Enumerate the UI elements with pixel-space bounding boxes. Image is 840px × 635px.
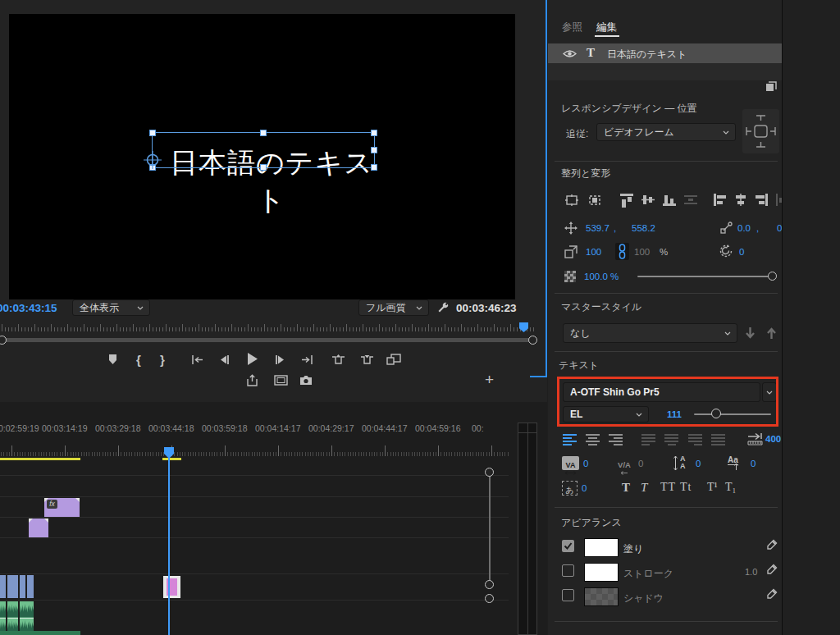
- halign-left-icon[interactable]: [714, 194, 727, 206]
- timeline-ruler[interactable]: 0:02:59:19 00:03:14:19 00:03:29:18 00:03…: [0, 402, 509, 459]
- tracking-button[interactable]: VA: [562, 456, 579, 470]
- position-y-value[interactable]: 558.2: [632, 223, 655, 233]
- stroke-width-value[interactable]: 1.0: [745, 567, 757, 577]
- scrollbar-handle-right[interactable]: [528, 336, 537, 345]
- selection-handle[interactable]: [260, 164, 267, 171]
- tracking-value[interactable]: 0: [583, 459, 588, 468]
- justify-all-button[interactable]: [711, 434, 725, 447]
- audio-clip[interactable]: [0, 601, 6, 633]
- fill-eyedropper-icon[interactable]: [766, 539, 778, 550]
- selection-handle[interactable]: [371, 164, 377, 171]
- video-clip-graphics[interactable]: fx: [44, 498, 80, 517]
- audio-clip[interactable]: [20, 601, 34, 633]
- video-clip[interactable]: [0, 575, 6, 598]
- align-center-vertically-icon[interactable]: [587, 194, 602, 207]
- shadow-eyedropper-icon[interactable]: [766, 588, 778, 600]
- monitor-timecode-current[interactable]: 00:03:43:15: [0, 302, 57, 314]
- leading-button[interactable]: A A: [673, 455, 692, 471]
- text-selection-box[interactable]: [152, 132, 375, 168]
- stroke-color-swatch[interactable]: [584, 563, 619, 582]
- justify-last-left-button[interactable]: [641, 434, 655, 447]
- mark-out-icon[interactable]: }: [160, 353, 165, 367]
- selection-handle[interactable]: [260, 130, 267, 136]
- video-clip-graphics[interactable]: [29, 519, 48, 537]
- monitor-mini-ruler[interactable]: [0, 322, 538, 333]
- visibility-eye-icon[interactable]: [563, 49, 577, 58]
- align-text-right-button[interactable]: [609, 434, 623, 447]
- shadow-color-swatch[interactable]: [584, 587, 619, 606]
- step-back-icon[interactable]: [219, 354, 230, 365]
- leading-value[interactable]: 0: [696, 459, 701, 468]
- selection-handle[interactable]: [371, 147, 377, 153]
- push-to-master-icon[interactable]: [744, 327, 756, 340]
- mark-in-icon[interactable]: {: [136, 353, 141, 367]
- vscrollbar-handle[interactable]: [485, 468, 494, 477]
- baseline-shift-value[interactable]: 0: [751, 459, 756, 468]
- justify-last-right-button[interactable]: [688, 434, 702, 447]
- opacity-value[interactable]: 100.0 %: [584, 272, 619, 281]
- go-to-in-icon[interactable]: [191, 354, 203, 365]
- anchor-x-value[interactable]: 0.0: [737, 223, 751, 233]
- kerning-button[interactable]: V/A: [615, 456, 633, 470]
- tsume-value[interactable]: 0: [582, 483, 587, 493]
- monitor-quality-select[interactable]: フル画質: [358, 299, 429, 316]
- subscript-button[interactable]: T₁: [725, 481, 736, 494]
- halign-center-icon[interactable]: [734, 194, 747, 206]
- video-clip[interactable]: [20, 575, 25, 598]
- layer-row-selected[interactable]: T 日本語のテキスト: [548, 43, 782, 63]
- tsume-button[interactable]: あ: [562, 481, 578, 496]
- safe-margins-icon[interactable]: [274, 375, 288, 386]
- camera-snapshot-icon[interactable]: [299, 375, 313, 386]
- clip-fade-handle[interactable]: [44, 519, 48, 523]
- hdistribute-icon[interactable]: [774, 194, 782, 206]
- align-text-center-button[interactable]: [586, 434, 600, 447]
- opacity-slider[interactable]: [637, 276, 775, 277]
- selected-graphics-clip[interactable]: [163, 576, 180, 598]
- anchor-point-crosshair[interactable]: [143, 150, 162, 170]
- timeline-playhead-line[interactable]: [168, 456, 170, 635]
- fill-checkbox[interactable]: [562, 540, 574, 552]
- valign-center-icon[interactable]: [641, 194, 655, 206]
- pull-from-master-icon[interactable]: [765, 327, 778, 340]
- superscript-button[interactable]: T¹: [707, 481, 718, 494]
- layer-list-empty[interactable]: [548, 63, 782, 80]
- align-text-left-button[interactable]: [563, 434, 577, 447]
- align-center-horizontally-icon[interactable]: [564, 194, 579, 207]
- selection-handle[interactable]: [371, 130, 377, 136]
- valign-bottom-icon[interactable]: [663, 194, 676, 206]
- small-caps-button[interactable]: Tt: [680, 481, 692, 494]
- vscrollbar-handle[interactable]: [485, 594, 494, 603]
- selection-handle[interactable]: [149, 130, 156, 136]
- layer-name[interactable]: 日本語のテキスト: [607, 48, 687, 62]
- lift-icon[interactable]: [331, 354, 345, 365]
- clip-fade-handle[interactable]: [75, 498, 80, 502]
- scale-link-toggle[interactable]: [615, 243, 629, 260]
- monitor-zoom-select[interactable]: 全体表示: [72, 299, 150, 316]
- export-frame-icon[interactable]: [246, 374, 258, 386]
- kerning-value[interactable]: 0: [638, 459, 643, 468]
- opacity-slider-handle[interactable]: [768, 272, 777, 281]
- video-clip[interactable]: [27, 575, 34, 598]
- clip-fade-handle[interactable]: [29, 519, 33, 523]
- play-button[interactable]: [247, 353, 258, 365]
- scale-x-value[interactable]: 100: [586, 247, 601, 257]
- scrollbar-handle-left[interactable]: [0, 336, 7, 345]
- rotation-value[interactable]: 0: [739, 247, 744, 257]
- extract-icon[interactable]: [360, 354, 374, 365]
- scale-y-value[interactable]: 100: [634, 247, 650, 257]
- fill-color-swatch[interactable]: [584, 538, 619, 557]
- tab-browse[interactable]: 参照: [562, 21, 582, 34]
- baseline-shift-button[interactable]: Aa: [728, 455, 747, 471]
- justify-last-center-button[interactable]: [664, 434, 678, 447]
- add-marker-icon[interactable]: [107, 354, 118, 365]
- tab-width-value[interactable]: 400: [765, 434, 781, 444]
- comparison-view-icon[interactable]: [386, 354, 401, 365]
- position-x-value[interactable]: 539.7: [586, 223, 609, 233]
- audio-clip[interactable]: [7, 601, 18, 633]
- monitor-zoom-scrollbar[interactable]: [3, 338, 532, 342]
- halign-right-icon[interactable]: [755, 194, 768, 206]
- add-button[interactable]: +: [485, 371, 494, 389]
- step-forward-icon[interactable]: [275, 354, 285, 365]
- pin-to-widget[interactable]: [742, 109, 779, 153]
- shadow-checkbox[interactable]: [562, 589, 574, 601]
